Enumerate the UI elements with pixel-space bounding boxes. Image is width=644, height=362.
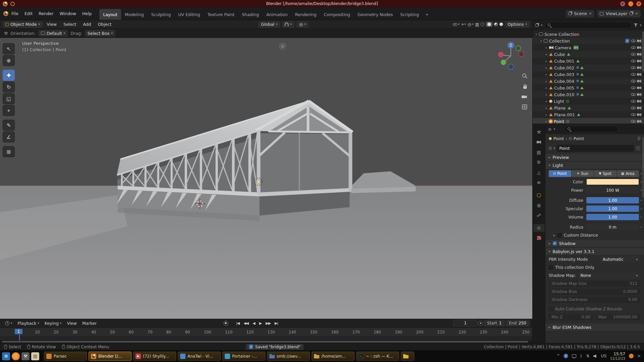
shading-material-button[interactable] xyxy=(494,22,498,26)
disable-in-render-icon[interactable] xyxy=(637,93,641,97)
tab-physics[interactable]: ◍ xyxy=(533,201,545,209)
volume-slider[interactable]: 1.00 xyxy=(586,214,639,220)
next-keyframe-button[interactable]: ▶▶ xyxy=(264,320,272,326)
use-preview-range-icon[interactable] xyxy=(478,321,483,326)
clock[interactable]: 15:57 11/12/23 xyxy=(610,352,625,360)
tab-geometry-nodes[interactable]: Geometry Nodes xyxy=(354,9,396,20)
light-type-area[interactable]: ▦Area xyxy=(617,170,639,177)
menu-select[interactable]: Select xyxy=(61,21,79,28)
disable-in-render-icon[interactable] xyxy=(637,66,641,70)
outliner-editor-type-icon[interactable] xyxy=(535,24,538,27)
outliner-search[interactable] xyxy=(545,22,632,28)
disable-in-render-icon[interactable] xyxy=(637,73,641,76)
specular-slider[interactable]: 1.00 xyxy=(586,205,639,212)
annotate-tool[interactable]: ✎ xyxy=(3,120,15,131)
transform-orientation-selector[interactable]: Global ▾ xyxy=(258,21,280,28)
pbr-intensity-dropdown[interactable]: Automatic ▾ xyxy=(600,256,640,263)
tab-sculpting[interactable]: Sculpting xyxy=(148,9,174,20)
hide-in-viewport-icon[interactable] xyxy=(631,119,636,123)
tab-modeling[interactable]: Modeling xyxy=(121,9,148,20)
disable-in-render-icon[interactable] xyxy=(637,46,641,50)
remove-view-layer-icon[interactable]: ✕ xyxy=(635,12,638,15)
current-frame-field[interactable]: 1 xyxy=(453,320,477,326)
frame-end-field[interactable]: End250 xyxy=(505,320,530,326)
volume-icon[interactable] xyxy=(593,354,597,358)
outliner-row-cube002[interactable]: ▸ Cube.002 ⚙ xyxy=(533,64,644,71)
play-reverse-button[interactable]: ◀ xyxy=(251,320,257,326)
pin-icon[interactable] xyxy=(637,136,641,140)
hide-in-viewport-icon[interactable] xyxy=(631,113,636,117)
datablock-name-field[interactable]: Point xyxy=(557,145,634,152)
collection-row[interactable]: ▾ Collection xyxy=(533,38,644,44)
gizmos-dropdown[interactable]: ⌖▾ xyxy=(461,22,466,27)
filter-icon[interactable] xyxy=(634,23,638,27)
menu-help[interactable]: Help xyxy=(79,10,95,17)
hide-in-viewport-icon[interactable] xyxy=(631,72,636,76)
menu-render[interactable]: Render xyxy=(36,10,57,17)
taskbar-window-portainer[interactable]: Portainer -... xyxy=(222,352,265,361)
tab-object[interactable] xyxy=(533,191,545,199)
disable-in-render-icon[interactable] xyxy=(637,86,641,90)
shadow-map-dropdown[interactable]: None ▾ xyxy=(578,272,640,279)
app-menu-icon[interactable]: ⚙ xyxy=(2,352,10,360)
collection-checkbox[interactable] xyxy=(625,39,629,43)
axis-y-negative[interactable] xyxy=(501,60,506,65)
outliner-row-camera[interactable]: ▸ Camera xyxy=(533,44,644,51)
shadow-checkbox[interactable] xyxy=(553,241,557,245)
properties-search-input[interactable] xyxy=(573,127,615,131)
scrollbar-thumb[interactable] xyxy=(2,341,528,343)
notification-badge-icon[interactable] xyxy=(629,354,634,358)
shading-rendered-button[interactable] xyxy=(499,22,503,26)
taskbar-window-anatwi[interactable]: AnaTwi - Vi... xyxy=(178,352,221,361)
browser-launcher-icon[interactable] xyxy=(12,352,20,360)
light-type-point[interactable]: ⊙Point xyxy=(549,170,571,177)
light-color-swatch[interactable] xyxy=(586,179,639,185)
taskbar-window-terminal[interactable]: >_ ~ : zsh — K... xyxy=(356,352,399,361)
snapping-toggle[interactable]: ▾ xyxy=(282,21,294,28)
browse-scene-icon[interactable] xyxy=(569,12,572,15)
outliner-row-cube004[interactable]: ▸ Cube.004 ⚙ xyxy=(533,78,644,84)
section-blur-esm[interactable]: ▸ Blur ESM Shadows xyxy=(545,323,644,331)
custom-distance-checkbox[interactable] xyxy=(557,233,561,237)
frame-start-field[interactable]: Start1 xyxy=(484,320,505,326)
tab-animation[interactable]: Animation xyxy=(263,9,291,20)
breadcrumb-data[interactable]: Point xyxy=(574,136,584,141)
light-type-sun[interactable]: ☀Sun xyxy=(572,170,594,177)
hide-in-viewport-icon[interactable] xyxy=(631,79,636,83)
scene-collection-row[interactable]: ▾ Scene Collection xyxy=(533,31,644,38)
zoom-icon[interactable] xyxy=(522,73,528,79)
hide-in-viewport-icon[interactable] xyxy=(631,99,636,103)
overlays-dropdown[interactable]: ◎▾ xyxy=(468,22,473,27)
disable-in-render-icon[interactable] xyxy=(637,79,641,83)
jump-to-start-button[interactable]: |◀ xyxy=(234,320,241,326)
shading-wireframe-button[interactable] xyxy=(481,22,484,26)
outliner-row-cube001[interactable]: ▸ Cube.001 xyxy=(533,58,644,64)
timeline-track-area[interactable] xyxy=(0,336,532,340)
auto-key-record-button[interactable] xyxy=(223,321,228,326)
axis-x-negative[interactable] xyxy=(498,52,504,58)
axis-x-positive[interactable] xyxy=(519,51,524,57)
fake-user-shield-icon[interactable] xyxy=(636,145,641,151)
tab-output[interactable]: ▤ xyxy=(533,148,545,156)
hide-in-viewport-icon[interactable] xyxy=(631,52,636,56)
notes-launcher-icon[interactable]: ▤ xyxy=(31,352,39,360)
timeline-ruler[interactable]: 1 10203040506070809010011012013014015016… xyxy=(0,328,532,337)
display-icon[interactable] xyxy=(572,354,576,358)
view-layer-selector[interactable]: ViewLayer ✕ xyxy=(597,10,641,17)
outliner-row-point[interactable]: ▸ Point xyxy=(533,118,644,124)
tab-world[interactable]: ⊕ xyxy=(533,178,545,186)
pan-hand-icon[interactable] xyxy=(522,83,528,90)
tab-texture-paint[interactable]: Texture Paint xyxy=(204,9,238,20)
close-button[interactable]: ✕ xyxy=(636,1,641,6)
jump-to-end-button[interactable]: ▶| xyxy=(273,320,280,326)
search-input[interactable] xyxy=(553,23,629,27)
3d-scene[interactable] xyxy=(0,38,532,319)
tab-texture[interactable] xyxy=(533,234,545,242)
hide-in-viewport-icon[interactable] xyxy=(631,59,636,63)
custom-distance-subpanel[interactable]: ▸ Custom Distance xyxy=(545,231,644,239)
menu-view[interactable]: View xyxy=(44,21,59,28)
section-shadow[interactable]: ▸ Shadow xyxy=(545,239,644,247)
add-cube-tool[interactable]: ⊞ xyxy=(3,146,15,157)
menu-playback[interactable]: Playback▾ xyxy=(15,320,42,327)
disable-in-render-icon[interactable] xyxy=(637,53,641,56)
